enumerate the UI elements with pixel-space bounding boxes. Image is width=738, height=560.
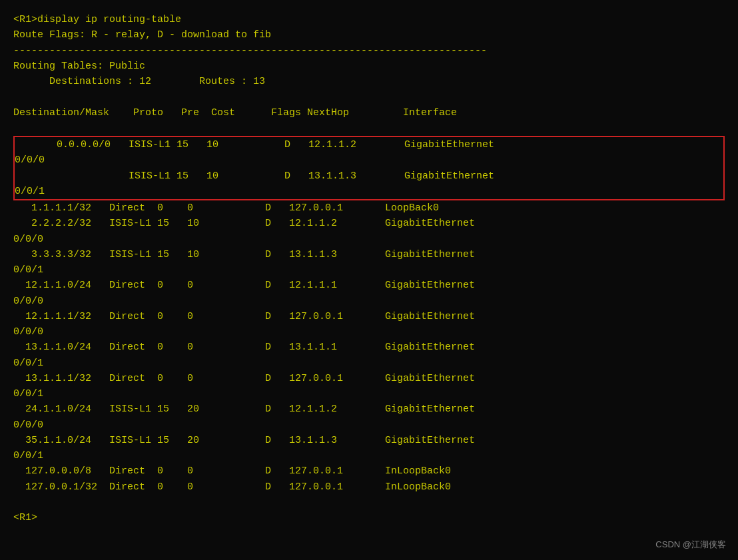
route-2.2.2.2-iface: 0/0/0 xyxy=(13,232,725,247)
destinations-line: Destinations : 12 Routes : 13 xyxy=(13,74,725,89)
route-13.1.1.0-iface: 0/0/1 xyxy=(13,356,725,371)
blank-line-3 xyxy=(13,495,725,510)
highlighted-row-2: 0/0/0 xyxy=(15,152,723,168)
route-127.0.0.1: 127.0.0.1/32 Direct 0 0 D 127.0.0.1 InLo… xyxy=(13,479,725,495)
route-12.1.1.1: 12.1.1.1/32 Direct 0 0 D 127.0.0.1 Gigab… xyxy=(13,309,725,324)
highlighted-route-block: 0.0.0.0/0 ISIS-L1 15 10 D 12.1.1.2 Gigab… xyxy=(13,136,725,200)
terminal-window: <R1>display ip routing-table Route Flags… xyxy=(0,0,738,560)
route-24.1.1.0-iface: 0/0/0 xyxy=(13,418,725,433)
column-header: Destination/Mask Proto Pre Cost Flags Ne… xyxy=(13,105,725,121)
route-1.1.1.1: 1.1.1.1/32 Direct 0 0 D 127.0.0.1 LoopBa… xyxy=(13,200,725,216)
route-13.1.1.1: 13.1.1.1/32 Direct 0 0 D 127.0.0.1 Gigab… xyxy=(13,371,725,386)
route-3.3.3.3: 3.3.3.3/32 ISIS-L1 15 10 D 13.1.1.3 Giga… xyxy=(13,247,725,262)
route-127.0.0.0: 127.0.0.0/8 Direct 0 0 D 127.0.0.1 InLoo… xyxy=(13,463,725,479)
route-13.1.1.1-iface: 0/0/1 xyxy=(13,386,725,402)
route-12.1.1.0-iface: 0/0/0 xyxy=(13,294,725,309)
route-24.1.1.0: 24.1.1.0/24 ISIS-L1 15 20 D 12.1.1.2 Gig… xyxy=(13,402,725,417)
prompt-end: <R1> xyxy=(13,510,725,525)
route-35.1.1.0-iface: 0/0/1 xyxy=(13,448,725,463)
highlighted-row-1: 0.0.0.0/0 ISIS-L1 15 10 D 12.1.1.2 Gigab… xyxy=(15,137,723,152)
watermark: CSDN @江湖侠客 xyxy=(655,539,726,551)
separator-line: ----------------------------------------… xyxy=(13,43,725,59)
route-12.1.1.0: 12.1.1.0/24 Direct 0 0 D 12.1.1.1 Gigabi… xyxy=(13,278,725,293)
blank-line-2 xyxy=(13,121,725,136)
command-line: <R1>display ip routing-table xyxy=(13,12,725,27)
route-flags-line: Route Flags: R - relay, D - download to … xyxy=(13,27,725,43)
highlighted-row-4: 0/0/1 xyxy=(15,184,723,199)
route-2.2.2.2: 2.2.2.2/32 ISIS-L1 15 10 D 12.1.1.2 Giga… xyxy=(13,216,725,231)
route-35.1.1.0: 35.1.1.0/24 ISIS-L1 15 20 D 13.1.1.3 Gig… xyxy=(13,433,725,448)
blank-line-1 xyxy=(13,89,725,105)
routing-table-header: Routing Tables: Public xyxy=(13,59,725,74)
highlighted-row-3: ISIS-L1 15 10 D 13.1.1.3 GigabitEthernet xyxy=(15,168,723,184)
route-12.1.1.1-iface: 0/0/0 xyxy=(13,324,725,340)
route-13.1.1.0: 13.1.1.0/24 Direct 0 0 D 13.1.1.1 Gigabi… xyxy=(13,340,725,355)
route-3.3.3.3-iface: 0/0/1 xyxy=(13,262,725,278)
